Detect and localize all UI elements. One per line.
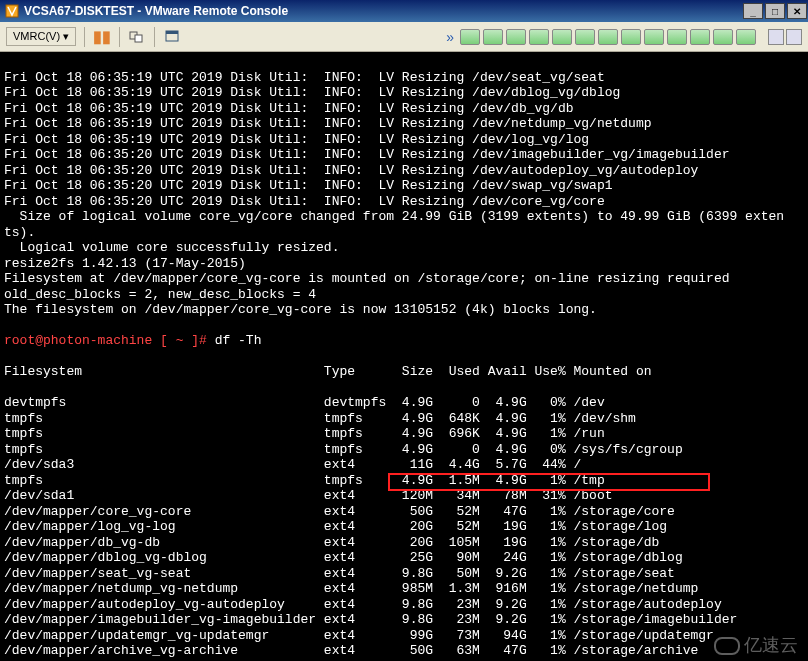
chevron-right-icon: »: [446, 29, 454, 45]
extra-tool-1-icon[interactable]: [768, 29, 784, 45]
df-row: /dev/mapper/imagebuilder_vg-imagebuilder…: [4, 612, 804, 628]
device-3-icon[interactable]: [506, 29, 526, 45]
df-header-row: Filesystem Type Size Used Avail Use% Mou…: [4, 364, 804, 380]
df-row: /dev/mapper/updatemgr_vg-updatemgr ext4 …: [4, 628, 804, 644]
vmrc-menu-button[interactable]: VMRC(V) ▾: [6, 27, 76, 46]
maximize-button[interactable]: □: [765, 3, 785, 19]
watermark: 亿速云: [714, 637, 798, 655]
log-line: resize2fs 1.42.13 (17-May-2015): [4, 256, 804, 272]
shell-command-1: df -Th: [215, 333, 262, 348]
df-row: /dev/mapper/dblog_vg-dblog ext4 25G 90M …: [4, 550, 804, 566]
df-row: /dev/mapper/autodeploy_vg-autodeploy ext…: [4, 597, 804, 613]
fullscreen-icon[interactable]: [163, 28, 181, 46]
device-8-icon[interactable]: [621, 29, 641, 45]
vmware-icon: [4, 3, 20, 19]
log-line: Fri Oct 18 06:35:19 UTC 2019 Disk Util: …: [4, 101, 804, 117]
window-titlebar: VCSA67-DISKTEST - VMware Remote Console …: [0, 0, 808, 22]
device-13-icon[interactable]: [736, 29, 756, 45]
df-row: tmpfs tmpfs 4.9G 648K 4.9G 1% /dev/shm: [4, 411, 804, 427]
pause-icon[interactable]: ▮▮: [93, 28, 111, 46]
console-output[interactable]: Fri Oct 18 06:35:19 UTC 2019 Disk Util: …: [0, 52, 808, 661]
df-row: tmpfs tmpfs 4.9G 0 4.9G 0% /sys/fs/cgrou…: [4, 442, 804, 458]
df-row: devtmpfs devtmpfs 4.9G 0 4.9G 0% /dev: [4, 395, 804, 411]
toolbar: VMRC(V) ▾ ▮▮ »: [0, 22, 808, 52]
log-line: Fri Oct 18 06:35:19 UTC 2019 Disk Util: …: [4, 132, 804, 148]
window-controls: _ □ ✕: [742, 3, 808, 19]
svg-rect-2: [135, 35, 142, 42]
close-button[interactable]: ✕: [787, 3, 807, 19]
device-5-icon[interactable]: [552, 29, 572, 45]
df-row: tmpfs tmpfs 4.9G 696K 4.9G 1% /run: [4, 426, 804, 442]
device-1-icon[interactable]: [460, 29, 480, 45]
svg-rect-4: [166, 31, 178, 34]
df-row: /dev/mapper/log_vg-log ext4 20G 52M 19G …: [4, 519, 804, 535]
df-row: /dev/sda3 ext4 11G 4.4G 5.7G 44% /: [4, 457, 804, 473]
log-line: Fri Oct 18 06:35:19 UTC 2019 Disk Util: …: [4, 85, 804, 101]
send-keys-icon[interactable]: [128, 28, 146, 46]
device-4-icon[interactable]: [529, 29, 549, 45]
log-line: Fri Oct 18 06:35:19 UTC 2019 Disk Util: …: [4, 116, 804, 132]
device-12-icon[interactable]: [713, 29, 733, 45]
log-line: Size of logical volume core_vg/core chan…: [4, 209, 804, 225]
df-row: tmpfs tmpfs 4.9G 1.5M 4.9G 1% /tmp: [4, 473, 804, 489]
minimize-button[interactable]: _: [743, 3, 763, 19]
device-icons: [460, 29, 756, 45]
log-line: Fri Oct 18 06:35:20 UTC 2019 Disk Util: …: [4, 178, 804, 194]
df-row: /dev/mapper/db_vg-db ext4 20G 105M 19G 1…: [4, 535, 804, 551]
df-row: /dev/mapper/seat_vg-seat ext4 9.8G 50M 9…: [4, 566, 804, 582]
log-line: Logical volume core successfully resized…: [4, 240, 804, 256]
log-line: Fri Oct 18 06:35:20 UTC 2019 Disk Util: …: [4, 147, 804, 163]
df-row: /dev/mapper/archive_vg-archive ext4 50G …: [4, 643, 804, 659]
log-line: Fri Oct 18 06:35:19 UTC 2019 Disk Util: …: [4, 70, 804, 86]
df-row: /dev/mapper/netdump_vg-netdump ext4 985M…: [4, 581, 804, 597]
log-line: Fri Oct 18 06:35:20 UTC 2019 Disk Util: …: [4, 163, 804, 179]
log-line: ts).: [4, 225, 804, 241]
device-10-icon[interactable]: [667, 29, 687, 45]
device-2-icon[interactable]: [483, 29, 503, 45]
extra-tool-2-icon[interactable]: [786, 29, 802, 45]
log-line: The filesystem on /dev/mapper/core_vg-co…: [4, 302, 804, 318]
device-6-icon[interactable]: [575, 29, 595, 45]
device-11-icon[interactable]: [690, 29, 710, 45]
log-line: old_desc_blocks = 2, new_desc_blocks = 4: [4, 287, 804, 303]
device-7-icon[interactable]: [598, 29, 618, 45]
shell-prompt-1: root@photon-machine [ ~ ]#: [4, 333, 215, 348]
cloud-icon: [714, 637, 740, 655]
log-line: Filesystem at /dev/mapper/core_vg-core i…: [4, 271, 804, 287]
device-9-icon[interactable]: [644, 29, 664, 45]
window-title: VCSA67-DISKTEST - VMware Remote Console: [24, 4, 288, 18]
df-row: /dev/sda1 ext4 120M 34M 78M 31% /boot: [4, 488, 804, 504]
log-line: Fri Oct 18 06:35:20 UTC 2019 Disk Util: …: [4, 194, 804, 210]
df-row: /dev/mapper/core_vg-core ext4 50G 52M 47…: [4, 504, 804, 520]
